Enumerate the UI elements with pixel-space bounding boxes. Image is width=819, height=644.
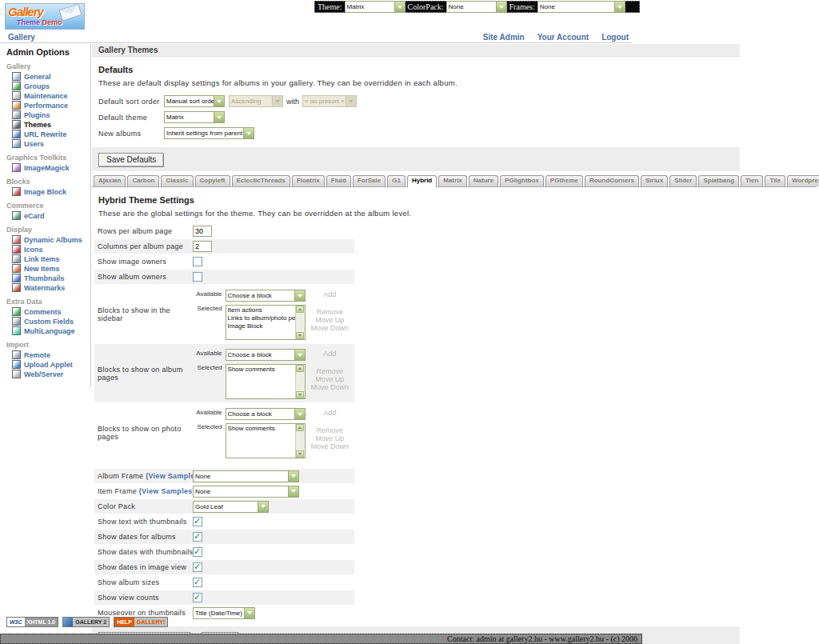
your-account-link[interactable]: Your Account (537, 33, 589, 42)
gallery-home-link[interactable]: Gallery (8, 33, 35, 42)
select[interactable]: Gold Leaf (193, 501, 269, 513)
tab-nature[interactable]: Nature (469, 175, 498, 186)
move-up-link[interactable]: Move Up (306, 375, 354, 383)
save-defaults-button[interactable]: Save Defaults (98, 153, 164, 167)
scroll-up-icon[interactable] (296, 365, 304, 372)
sidebar-item-multilanguage[interactable]: MultiLanguage (12, 326, 89, 335)
move-down-link[interactable]: Move Down (306, 442, 354, 450)
tab-matrix[interactable]: Matrix (438, 175, 467, 186)
selected-blocks-listbox[interactable]: Show comments (226, 364, 306, 399)
site-admin-link[interactable]: Site Admin (483, 33, 525, 42)
sidebar-item-thumbnails[interactable]: Thumbnails (12, 274, 89, 282)
select[interactable]: None (193, 470, 299, 482)
tab-eclecticthreads[interactable]: EclecticThreads (232, 175, 290, 186)
listbox-option[interactable]: Show comments (228, 366, 295, 374)
tab-roundcorners[interactable]: RoundCorners (585, 175, 639, 186)
checkbox[interactable] (193, 578, 202, 587)
move-up-link[interactable]: Move Up (306, 434, 354, 442)
scroll-down-icon[interactable] (296, 450, 304, 458)
frames-select[interactable]: None (537, 1, 625, 13)
tab-wordpressembedded[interactable]: WordpressEmbedded (787, 175, 819, 186)
tab-hybrid[interactable]: Hybrid (407, 175, 437, 187)
scroll-down-icon[interactable] (296, 391, 304, 398)
tab-slider[interactable]: Slider (669, 175, 697, 186)
listbox-option[interactable]: Image Block (228, 322, 295, 330)
checkbox[interactable] (193, 547, 202, 557)
tab-pglightbox[interactable]: PGlightbox (500, 175, 544, 186)
tab-splatbang[interactable]: Splatbang (698, 175, 739, 186)
text-input[interactable] (193, 226, 212, 237)
choose-a-block-select[interactable]: Choose a block (226, 290, 306, 302)
sidebar-item-url-rewrite[interactable]: URL Rewrite (12, 130, 89, 138)
sidebar-item-groups[interactable]: Groups (12, 82, 89, 90)
selected-blocks-listbox[interactable]: Item actionsLinks to album/photo peersIm… (226, 305, 306, 340)
sidebar-item-plugins[interactable]: Plugins (12, 110, 89, 119)
checkbox[interactable] (193, 562, 202, 572)
sidebar-item-users[interactable]: Users (12, 139, 89, 148)
select[interactable]: Title (Date/Time) (193, 607, 255, 619)
listbox-option[interactable]: Item actions (228, 306, 295, 314)
tab-classic[interactable]: Classic (161, 175, 193, 186)
sidebar-item-maintenance[interactable]: Maintenance (12, 91, 89, 100)
sidebar-item-remote[interactable]: Remote (12, 350, 89, 359)
listbox-scrollbar[interactable] (295, 306, 305, 339)
add-link[interactable]: Add (323, 409, 336, 417)
tab-siriux[interactable]: Siriux (641, 175, 668, 186)
scroll-up-icon[interactable] (296, 306, 304, 313)
remove-link[interactable]: Remove (306, 308, 354, 316)
tab-carbon[interactable]: Carbon (127, 175, 159, 186)
tab-forsale[interactable]: ForSale (353, 175, 386, 186)
sidebar-item-new-items[interactable]: New Items (12, 264, 89, 273)
sidebar-item-icons[interactable]: Icons (12, 245, 89, 254)
checkbox[interactable] (193, 257, 202, 266)
sidebar-item-imagemagick[interactable]: ImageMagick (12, 163, 89, 172)
sidebar-item-watermarks[interactable]: Watermarks (12, 283, 89, 292)
remove-link[interactable]: Remove (306, 367, 354, 375)
new-albums-select[interactable]: Inherit settings from parent album (164, 127, 254, 139)
tab-copyleft[interactable]: Copyleft (195, 175, 230, 186)
add-link[interactable]: Add (323, 290, 336, 298)
scroll-down-icon[interactable] (296, 332, 304, 339)
checkbox[interactable] (193, 517, 202, 526)
colorpack-select[interactable]: None (446, 1, 507, 13)
checkbox[interactable] (193, 272, 202, 282)
sidebar-item-themes[interactable]: Themes (12, 120, 89, 129)
checkbox[interactable] (193, 593, 202, 602)
tab-tile[interactable]: Tile (765, 175, 785, 186)
listbox-option[interactable]: Links to album/photo peers (228, 314, 295, 322)
tab-pgtheme[interactable]: PGtheme (545, 175, 583, 186)
text-input[interactable] (193, 241, 212, 252)
tab-tien[interactable]: Tien (741, 175, 763, 186)
checkbox[interactable] (193, 532, 202, 542)
tab-floatrix[interactable]: Floatrix (292, 175, 325, 186)
sidebar-item-upload-applet[interactable]: Upload Applet (12, 360, 89, 369)
move-down-link[interactable]: Move Down (306, 383, 354, 391)
gallery2-badge[interactable]: GALLERY 2 (62, 617, 110, 627)
sidebar-item-performance[interactable]: Performance (12, 101, 89, 110)
tab-g1[interactable]: G1 (387, 175, 406, 186)
sidebar-item-dynamic-albums[interactable]: Dynamic Albums (12, 235, 89, 244)
default-theme-select[interactable]: Matrix (164, 111, 225, 123)
remove-link[interactable]: Remove (306, 426, 354, 434)
logout-link[interactable]: Logout (601, 33, 629, 42)
listbox-scrollbar[interactable] (295, 424, 305, 458)
select[interactable]: None (193, 486, 299, 498)
choose-a-block-select[interactable]: Choose a block (226, 349, 306, 361)
add-link[interactable]: Add (323, 350, 336, 358)
sidebar-item-ecard[interactable]: eCard (12, 211, 89, 220)
sidebar-item-custom-fields[interactable]: Custom Fields (12, 317, 89, 326)
sidebar-item-image-block[interactable]: Image Block (12, 187, 89, 196)
move-down-link[interactable]: Move Down (306, 324, 354, 332)
scroll-up-icon[interactable] (296, 424, 304, 431)
w3c-xhtml-badge[interactable]: W3CXHTML 1.0 (6, 617, 58, 627)
tab-fluid[interactable]: Fluid (326, 175, 351, 186)
view-samples-link[interactable]: (View Samples) (139, 487, 195, 495)
move-up-link[interactable]: Move Up (306, 316, 354, 324)
sidebar-item-link-items[interactable]: Link Items (12, 254, 89, 263)
default-sort-select[interactable]: Manual sort order (164, 95, 225, 107)
tab-ajaxian[interactable]: Ajaxian (94, 175, 126, 186)
listbox-scrollbar[interactable] (295, 365, 305, 398)
sidebar-item-web-server[interactable]: Web/Server (12, 370, 89, 378)
choose-a-block-select[interactable]: Choose a block (226, 408, 306, 420)
sidebar-item-general[interactable]: General (12, 72, 89, 81)
